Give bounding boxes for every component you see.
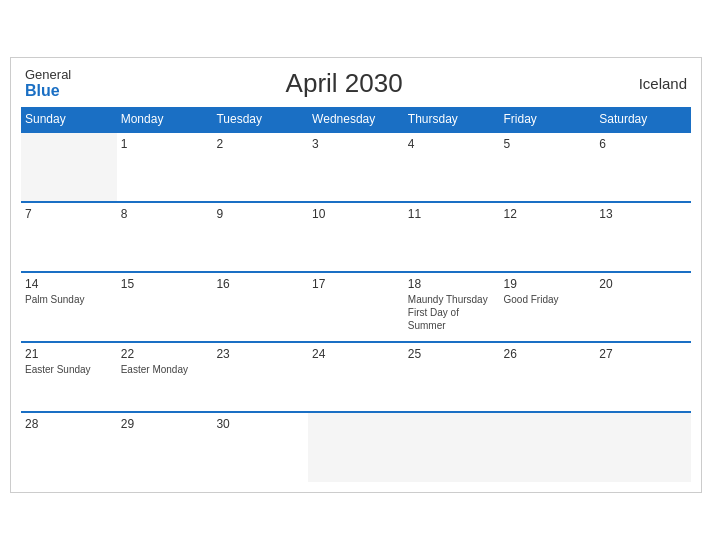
day-number: 1 — [121, 137, 209, 151]
calendar-header: General Blue April 2030 Iceland — [21, 68, 691, 100]
calendar-cell — [595, 412, 691, 482]
calendar-cell: 13 — [595, 202, 691, 272]
day-number: 16 — [216, 277, 304, 291]
calendar-cell — [21, 132, 117, 202]
calendar-cell: 5 — [500, 132, 596, 202]
calendar-cell: 10 — [308, 202, 404, 272]
calendar-cell — [308, 412, 404, 482]
calendar-cell: 28 — [21, 412, 117, 482]
calendar-event: Easter Monday — [121, 363, 209, 376]
calendar-cell: 20 — [595, 272, 691, 342]
week-row-2: 14Palm Sunday15161718Maundy ThursdayFirs… — [21, 272, 691, 342]
day-number: 5 — [504, 137, 592, 151]
calendar-event: Good Friday — [504, 293, 592, 306]
weekday-header-friday: Friday — [500, 107, 596, 132]
day-number: 8 — [121, 207, 209, 221]
calendar-cell: 1 — [117, 132, 213, 202]
calendar-grid: SundayMondayTuesdayWednesdayThursdayFrid… — [21, 107, 691, 482]
weekday-header-row: SundayMondayTuesdayWednesdayThursdayFrid… — [21, 107, 691, 132]
country-name: Iceland — [617, 75, 687, 92]
calendar-event: Palm Sunday — [25, 293, 113, 306]
weekday-header-wednesday: Wednesday — [308, 107, 404, 132]
day-number: 24 — [312, 347, 400, 361]
calendar-cell: 17 — [308, 272, 404, 342]
calendar-cell: 6 — [595, 132, 691, 202]
calendar-cell: 4 — [404, 132, 500, 202]
day-number: 18 — [408, 277, 496, 291]
calendar-cell: 25 — [404, 342, 500, 412]
calendar-cell: 11 — [404, 202, 500, 272]
day-number: 26 — [504, 347, 592, 361]
calendar-event: First Day of Summer — [408, 306, 496, 332]
weekday-header-sunday: Sunday — [21, 107, 117, 132]
calendar-cell — [404, 412, 500, 482]
logo-general-text: General — [25, 68, 71, 82]
week-row-3: 21Easter Sunday22Easter Monday2324252627 — [21, 342, 691, 412]
week-row-0: 123456 — [21, 132, 691, 202]
day-number: 14 — [25, 277, 113, 291]
calendar-container: General Blue April 2030 Iceland SundayMo… — [10, 57, 702, 494]
day-number: 21 — [25, 347, 113, 361]
calendar-event: Maundy Thursday — [408, 293, 496, 306]
calendar-cell: 19Good Friday — [500, 272, 596, 342]
day-number: 6 — [599, 137, 687, 151]
calendar-cell: 21Easter Sunday — [21, 342, 117, 412]
week-row-1: 78910111213 — [21, 202, 691, 272]
calendar-cell: 3 — [308, 132, 404, 202]
logo-blue-text: Blue — [25, 82, 71, 100]
calendar-event: Easter Sunday — [25, 363, 113, 376]
calendar-cell: 24 — [308, 342, 404, 412]
calendar-cell: 23 — [212, 342, 308, 412]
week-row-4: 282930 — [21, 412, 691, 482]
day-number: 28 — [25, 417, 113, 431]
calendar-cell: 16 — [212, 272, 308, 342]
calendar-cell: 7 — [21, 202, 117, 272]
day-number: 20 — [599, 277, 687, 291]
day-number: 19 — [504, 277, 592, 291]
day-number: 3 — [312, 137, 400, 151]
day-number: 15 — [121, 277, 209, 291]
day-number: 10 — [312, 207, 400, 221]
calendar-cell: 30 — [212, 412, 308, 482]
calendar-cell: 18Maundy ThursdayFirst Day of Summer — [404, 272, 500, 342]
day-number: 11 — [408, 207, 496, 221]
weekday-header-thursday: Thursday — [404, 107, 500, 132]
calendar-cell: 2 — [212, 132, 308, 202]
calendar-cell: 15 — [117, 272, 213, 342]
day-number: 2 — [216, 137, 304, 151]
calendar-cell: 8 — [117, 202, 213, 272]
day-number: 17 — [312, 277, 400, 291]
weekday-header-tuesday: Tuesday — [212, 107, 308, 132]
calendar-cell: 14Palm Sunday — [21, 272, 117, 342]
calendar-cell: 9 — [212, 202, 308, 272]
day-number: 29 — [121, 417, 209, 431]
calendar-title: April 2030 — [71, 68, 617, 99]
day-number: 25 — [408, 347, 496, 361]
logo: General Blue — [25, 68, 71, 100]
day-number: 4 — [408, 137, 496, 151]
weekday-header-saturday: Saturday — [595, 107, 691, 132]
calendar-cell: 22Easter Monday — [117, 342, 213, 412]
day-number: 23 — [216, 347, 304, 361]
calendar-cell: 26 — [500, 342, 596, 412]
calendar-cell: 27 — [595, 342, 691, 412]
day-number: 30 — [216, 417, 304, 431]
calendar-cell: 29 — [117, 412, 213, 482]
day-number: 13 — [599, 207, 687, 221]
calendar-cell: 12 — [500, 202, 596, 272]
weekday-header-monday: Monday — [117, 107, 213, 132]
calendar-cell — [500, 412, 596, 482]
day-number: 7 — [25, 207, 113, 221]
day-number: 9 — [216, 207, 304, 221]
day-number: 27 — [599, 347, 687, 361]
day-number: 12 — [504, 207, 592, 221]
day-number: 22 — [121, 347, 209, 361]
